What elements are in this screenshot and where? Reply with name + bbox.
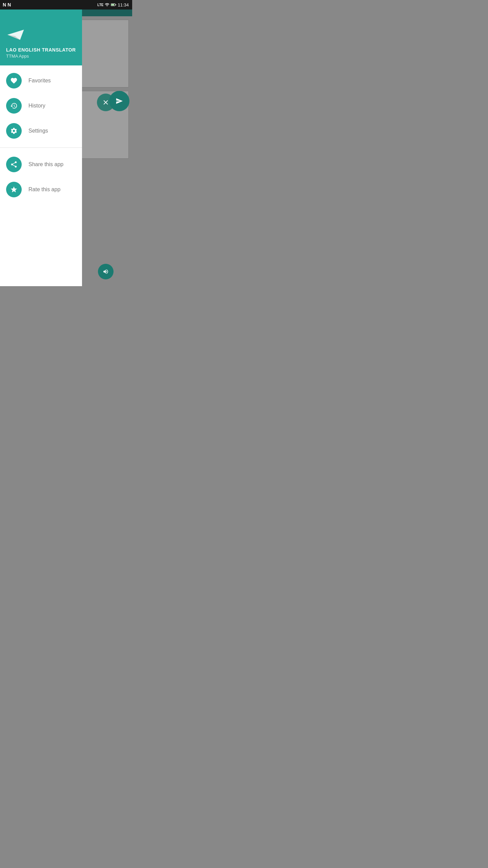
favorites-icon-circle	[6, 73, 22, 88]
menu-divider	[0, 147, 82, 148]
translate-fab-button[interactable]	[109, 91, 129, 111]
paper-plane-icon	[6, 27, 26, 42]
svg-marker-6	[7, 30, 24, 40]
notification-icon-1: N	[3, 2, 6, 7]
navigation-drawer: LAO ENGLISH TRANSLATOR TTMA Apps Favorit…	[0, 9, 82, 286]
star-icon	[10, 186, 18, 193]
status-bar: N N LTE 11:34	[0, 0, 132, 9]
speaker-fab-button[interactable]	[98, 264, 114, 279]
clock-icon	[10, 102, 18, 110]
drawer-header: LAO ENGLISH TRANSLATOR TTMA Apps	[0, 9, 82, 65]
speaker-icon	[103, 269, 109, 275]
app-title: LAO ENGLISH TRANSLATOR	[6, 47, 76, 53]
heart-icon	[10, 77, 18, 84]
app-logo	[6, 27, 76, 44]
favorites-label: Favorites	[28, 78, 51, 84]
share-label: Share this app	[28, 161, 63, 167]
rate-label: Rate this app	[28, 186, 60, 193]
share-icon	[10, 161, 18, 168]
menu-item-favorites[interactable]: Favorites	[0, 68, 82, 93]
settings-label: Settings	[28, 128, 48, 134]
close-icon	[102, 99, 109, 106]
lte-indicator: LTE	[97, 3, 103, 7]
notification-icons: N N	[3, 2, 11, 7]
menu-item-history[interactable]: History	[0, 93, 82, 118]
secondary-menu: Share this app Rate this app	[0, 149, 82, 205]
signal-icon	[105, 2, 109, 7]
share-icon-circle	[6, 157, 22, 172]
history-icon-circle	[6, 98, 22, 114]
notification-icon-2: N	[7, 2, 11, 7]
send-icon	[116, 97, 123, 105]
svg-rect-2	[116, 4, 116, 5]
rate-icon-circle	[6, 182, 22, 197]
gear-icon	[10, 127, 18, 135]
system-icons: LTE 11:34	[97, 2, 129, 7]
clock-display: 11:34	[118, 2, 129, 7]
settings-icon-circle	[6, 123, 22, 139]
battery-icon	[111, 3, 116, 7]
menu-item-settings[interactable]: Settings	[0, 118, 82, 143]
menu-item-share[interactable]: Share this app	[0, 152, 82, 177]
app-subtitle: TTMA Apps	[6, 54, 76, 59]
menu-item-rate[interactable]: Rate this app	[0, 177, 82, 202]
history-label: History	[28, 103, 45, 109]
primary-menu: Favorites History Settings	[0, 65, 82, 146]
